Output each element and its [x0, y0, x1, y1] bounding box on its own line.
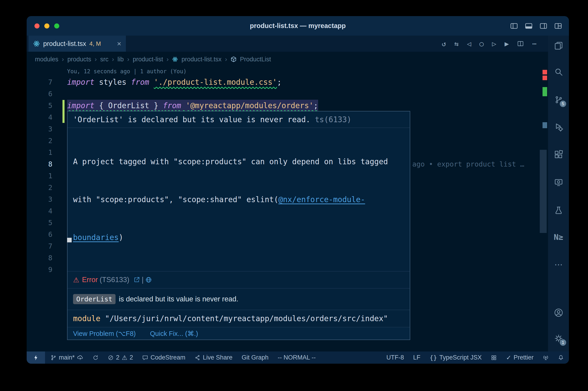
module-path: "/Users/juri/nrwl/content/myreactapp/mod… — [100, 314, 388, 323]
eslint-rule-link[interactable]: @nx/enforce-module- — [278, 195, 365, 204]
breadcrumb-item-modules[interactable]: modules — [35, 56, 58, 63]
account-icon[interactable] — [548, 306, 569, 319]
eslint-rule-link[interactable]: boundaries — [73, 233, 119, 242]
more-views-icon[interactable]: ⋯ — [548, 258, 569, 272]
line-number[interactable]: 2 — [27, 135, 52, 147]
extensions-icon[interactable] — [548, 148, 569, 162]
line-number[interactable]: 5 — [27, 100, 52, 111]
braces-icon: {} — [429, 354, 437, 361]
open-external-icon[interactable] — [133, 277, 140, 283]
search-icon[interactable] — [548, 65, 569, 79]
run-debug-icon[interactable] — [548, 120, 569, 134]
extension-grid-item[interactable] — [491, 355, 497, 361]
explorer-icon[interactable] — [548, 39, 569, 53]
titlebar: product-list.tsx — myreactapp — [27, 16, 569, 36]
editor-actions: ↺ ⇆ ◁ ○ ▷ ▶ ⋯ — [442, 36, 537, 52]
breadcrumb: modules › products › src › lib › product… — [27, 52, 548, 67]
view-problem-action[interactable]: View Problem (⌥F8) — [73, 330, 136, 337]
split-editor-icon[interactable] — [517, 40, 524, 47]
line-number[interactable]: 7 — [27, 76, 52, 88]
tab-close-icon[interactable]: × — [117, 39, 121, 48]
settings-gear-icon[interactable]: 1 — [548, 331, 569, 345]
overview-ruler-error-mark — [543, 76, 547, 80]
broadcast-item[interactable] — [543, 355, 549, 361]
line-number[interactable]: 1 — [27, 147, 52, 158]
remote-indicator[interactable] — [27, 352, 45, 364]
breadcrumb-item-src[interactable]: src — [100, 56, 108, 63]
eol-indicator[interactable]: LF — [413, 354, 420, 361]
notifications-item[interactable] — [558, 355, 564, 361]
navigate-forward-icon[interactable]: ▷ — [492, 39, 496, 48]
code-line[interactable]: 6 — [27, 88, 548, 100]
status-bar: main* 2 ⚠ 2 CodeStream Live Share Git — [27, 352, 569, 364]
breadcrumb-item-product-list[interactable]: product-list — [133, 56, 163, 63]
git-graph-item[interactable]: Git Graph — [242, 354, 268, 361]
chevron-right-icon: › — [225, 56, 227, 63]
customize-layout-icon[interactable] — [554, 22, 562, 30]
circle-outline-icon[interactable]: ○ — [479, 39, 484, 48]
current-line-number[interactable]: 8 — [27, 158, 52, 170]
sync-icon — [92, 355, 98, 361]
line-number[interactable]: 2 — [27, 182, 52, 194]
breadcrumb-item-products[interactable]: products — [67, 56, 91, 63]
status-right: UTF-8 LF {} TypeScript JSX ✓ Prettier — [386, 354, 564, 361]
language-indicator[interactable]: {} TypeScript JSX — [429, 354, 482, 361]
line-number[interactable]: 8 — [27, 252, 52, 264]
line-number[interactable]: 3 — [27, 123, 52, 135]
compare-changes-icon[interactable]: ⇆ — [454, 39, 459, 48]
globe-icon[interactable] — [145, 277, 152, 283]
line-number[interactable]: 6 — [27, 88, 52, 100]
codelens-blame[interactable]: You, 12 seconds ago | 1 author (You) — [27, 67, 548, 76]
live-share-item[interactable]: Live Share — [194, 354, 233, 361]
line-number[interactable]: 6 — [27, 229, 52, 240]
vim-mode-indicator[interactable]: -- NORMAL -- — [278, 354, 316, 361]
overview-ruler-change-mark — [543, 87, 547, 96]
breadcrumb-item-lib[interactable]: lib — [118, 56, 124, 63]
error-code: (TS6133) — [100, 276, 129, 284]
line-number[interactable]: 4 — [27, 111, 52, 123]
run-file-icon[interactable]: ▶ — [505, 39, 509, 48]
code-editor[interactable]: You, 12 seconds ago | 1 author (You) 7 i… — [27, 67, 548, 352]
navigate-back-icon[interactable]: ◁ — [467, 39, 471, 48]
symbol-cube-icon — [231, 56, 237, 62]
toggle-sidebar-icon[interactable] — [510, 22, 518, 30]
breadcrumb-item-symbol[interactable]: ProductList — [240, 56, 271, 63]
line-number[interactable]: 7 — [27, 240, 52, 252]
codestream-icon — [142, 355, 148, 361]
symbol-chip: OrderList — [73, 294, 116, 304]
hover-error-status-row: ⚠ Error (TS6133) | — [68, 272, 410, 288]
branch-indicator[interactable]: main* — [51, 354, 83, 361]
screen: { "window": { "title": "product-list.tsx… — [0, 0, 588, 391]
problems-indicator[interactable]: 2 ⚠ 2 — [108, 354, 133, 361]
nx-console-icon[interactable]: N≥ — [548, 230, 569, 244]
testing-beaker-icon[interactable] — [548, 203, 569, 217]
codestream-item[interactable]: CodeStream — [142, 354, 185, 361]
divider-pipe: | — [142, 276, 144, 284]
encoding-indicator[interactable]: UTF-8 — [386, 354, 404, 361]
hover-resize-grip[interactable] — [67, 238, 72, 242]
tab-modified-badge: 4, M — [89, 40, 101, 47]
code-line[interactable]: 5 import { OrderList } from '@myreactapp… — [27, 100, 548, 111]
chevron-right-icon: › — [127, 56, 129, 63]
toggle-panel-icon[interactable] — [525, 22, 533, 30]
toggle-secondary-sidebar-icon[interactable] — [540, 22, 547, 30]
formatter-indicator[interactable]: ✓ Prettier — [506, 354, 534, 361]
line-number[interactable]: 9 — [27, 264, 52, 276]
quick-fix-action[interactable]: Quick Fix... (⌘.) — [150, 330, 198, 337]
line-number[interactable]: 5 — [27, 217, 52, 229]
line-number[interactable]: 1 — [27, 170, 52, 182]
react-icon — [33, 40, 40, 47]
more-actions-icon[interactable]: ⋯ — [532, 39, 537, 48]
line-number[interactable]: 4 — [27, 205, 52, 217]
timeline-icon[interactable]: ↺ — [442, 39, 446, 48]
remote-explorer-icon[interactable] — [548, 176, 569, 189]
breadcrumb-item-file[interactable]: product-list.tsx — [181, 56, 221, 63]
live-share-icon — [194, 355, 200, 361]
eslint-rule-text: ) — [119, 233, 123, 242]
code-line[interactable]: 7 import styles from './product-list.mod… — [27, 76, 548, 88]
editor-scrollbar[interactable] — [540, 150, 547, 233]
source-control-icon[interactable]: 5 — [548, 93, 569, 106]
tab-product-list[interactable]: product-list.tsx 4, M × — [28, 36, 126, 52]
line-number[interactable]: 3 — [27, 194, 52, 205]
sync-indicator[interactable] — [92, 355, 98, 361]
